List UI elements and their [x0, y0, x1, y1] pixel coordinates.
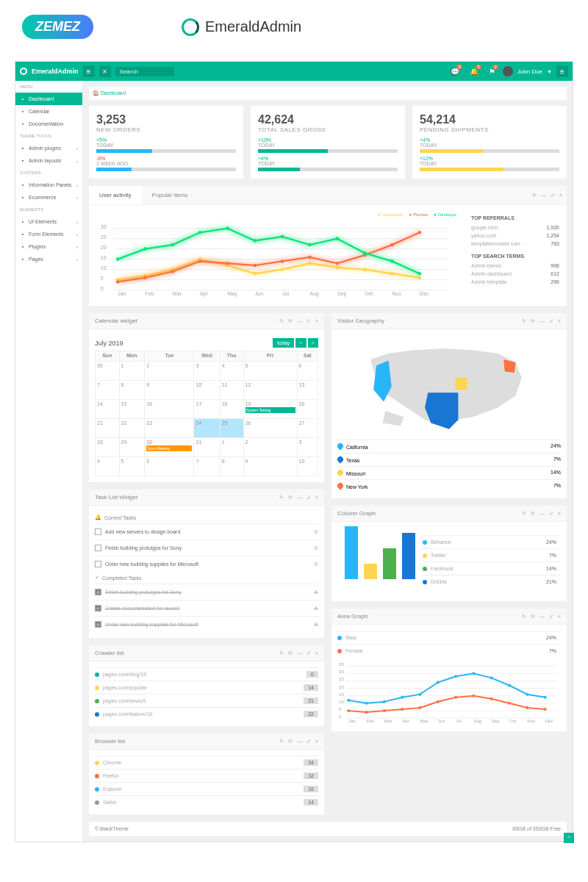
sidebar-item[interactable]: ▪Information Panels›	[15, 179, 82, 191]
sidebar-item[interactable]: ▪Ecommerce›	[15, 191, 82, 204]
list-item[interactable]: pages.com/popular14	[95, 681, 318, 694]
topbar: EmeraldAdmin ≡ × 💬3 🔔5 ⚑2 John Doe ▼ ≡	[15, 62, 573, 81]
svg-point-34	[336, 266, 340, 270]
breadcrumb[interactable]: 🏠 Dashboard	[89, 87, 567, 100]
flag-icon[interactable]: ⚑2	[489, 68, 495, 76]
svg-point-105	[401, 708, 404, 711]
marketing-header: ZEMEZ EmeraldAdmin	[0, 0, 588, 54]
svg-point-43	[254, 264, 257, 268]
column-chart	[337, 528, 423, 587]
task-row[interactable]: ✓Finish building prototype for Sony×	[95, 584, 318, 600]
refresh-icon[interactable]: ⟳	[532, 193, 537, 198]
svg-point-57	[308, 243, 312, 247]
sidebar-item[interactable]: ▪Calendar	[15, 105, 82, 118]
sidebar-item[interactable]: ▪UI Elements›	[15, 215, 82, 228]
svg-point-56	[281, 235, 284, 239]
svg-text:5: 5	[339, 707, 342, 711]
svg-text:Apr: Apr	[200, 291, 209, 297]
svg-point-96	[454, 675, 457, 678]
list-item[interactable]: Firefox32	[95, 769, 318, 782]
emerald-logo-icon	[182, 18, 199, 36]
tab-user-activity[interactable]: User activity	[89, 186, 142, 204]
svg-text:Mar: Mar	[173, 291, 182, 296]
chat-icon[interactable]: 💬3	[451, 68, 459, 76]
svg-point-59	[363, 251, 367, 255]
list-item[interactable]: Chrome34	[95, 756, 318, 769]
svg-point-98	[490, 676, 493, 679]
sidebar-item[interactable]: ▪Admin layouts›	[15, 154, 82, 167]
cal-next[interactable]: ›	[308, 338, 318, 348]
bell-icon: 🔔	[95, 514, 101, 520]
svg-point-40	[171, 270, 175, 273]
svg-point-97	[472, 672, 475, 675]
minimize-icon[interactable]: —	[541, 193, 546, 198]
geography-panel: Visitor Geography✎⟳—⤢×	[331, 313, 567, 498]
avatar[interactable]	[503, 66, 513, 76]
svg-point-92	[383, 700, 386, 703]
sidebar-toggle[interactable]: ≡	[83, 65, 95, 77]
sidebar-item[interactable]: ▪Dashboard	[15, 93, 82, 105]
svg-point-53	[198, 231, 202, 234]
svg-text:May: May	[228, 291, 238, 297]
task-row[interactable]: Add new servers to design board≡	[95, 523, 318, 539]
scroll-top-button[interactable]: ^	[564, 833, 574, 843]
chevron-down-icon[interactable]: ▼	[547, 69, 552, 74]
svg-text:Jan: Jan	[348, 719, 356, 723]
tasks-panel: Task List Widget✎⟳—⤢× 🔔Current Tasks Add…	[89, 490, 324, 638]
main-content: 🏠 Dashboard 3,253NEW ORDERS +5%TODAY -8%…	[83, 81, 573, 842]
cal-prev[interactable]: ‹	[295, 338, 306, 348]
sidebar-item[interactable]: ▪Form Elements›	[15, 228, 82, 240]
svg-text:Nov: Nov	[392, 291, 402, 296]
geo-row[interactable]: New York7%	[337, 479, 561, 492]
geo-row[interactable]: Missouri14%	[337, 466, 561, 479]
svg-point-109	[472, 695, 475, 698]
svg-text:0: 0	[339, 714, 342, 719]
task-row[interactable]: ✓Order new building supplies for Microso…	[95, 616, 318, 632]
svg-text:Feb: Feb	[146, 291, 154, 296]
list-item[interactable]: pages.com/feature/1622	[95, 707, 318, 720]
svg-point-102	[347, 709, 350, 712]
task-row[interactable]: Order new building supplies for Microsof…	[95, 556, 318, 572]
svg-point-113	[544, 708, 547, 711]
task-row[interactable]: Finish building prototype for Sony≡	[95, 539, 318, 556]
zemez-logo: ZEMEZ	[22, 15, 93, 39]
close-icon[interactable]: ×	[559, 193, 562, 198]
task-row[interactable]: ✓Create documentation for launch×	[95, 600, 318, 616]
user-name[interactable]: John Doe	[517, 68, 542, 75]
sidebar-item[interactable]: ▪Documentation	[15, 118, 82, 130]
geo-row[interactable]: Texas7%	[337, 453, 561, 466]
emerald-brand: EmeraldAdmin	[182, 18, 301, 36]
calendar-grid[interactable]: SunMonTueWedThuFriSat 30123456 789101112…	[95, 351, 318, 476]
svg-point-49	[418, 231, 422, 234]
right-panel-toggle[interactable]: ≡	[556, 65, 568, 77]
svg-point-94	[418, 693, 421, 696]
tab-popular-items[interactable]: Popular items	[142, 186, 198, 204]
geo-row[interactable]: California24%	[337, 440, 561, 453]
bell-icon[interactable]: 🔔5	[470, 68, 478, 76]
expand-icon[interactable]: ⤢	[551, 193, 555, 198]
svg-text:Jun: Jun	[438, 719, 445, 723]
svg-point-35	[363, 268, 367, 271]
sidebar-item[interactable]: ▪Pages›	[15, 253, 82, 265]
svg-text:30: 30	[339, 670, 344, 674]
svg-text:Jul: Jul	[456, 719, 462, 723]
list-item[interactable]: Safari14	[95, 795, 318, 808]
list-item[interactable]: pages.com/blog/190	[95, 667, 318, 681]
sidebar-item[interactable]: ▪Plugins›	[15, 240, 82, 253]
today-button[interactable]: today	[273, 338, 294, 348]
search-clear[interactable]: ×	[99, 65, 111, 77]
svg-text:Jun: Jun	[255, 291, 263, 296]
svg-point-104	[383, 709, 386, 712]
area-graph-panel: Area Graph✎⟳—⤢× Male24%Female7% JanFebMa…	[331, 609, 567, 731]
svg-point-54	[226, 226, 229, 230]
list-item[interactable]: pages.com/news/521	[95, 694, 318, 707]
list-item[interactable]: Explorer18	[95, 782, 318, 795]
svg-point-95	[437, 681, 440, 684]
svg-point-101	[544, 696, 547, 699]
sidebar-item[interactable]: ▪Admin plugins›	[15, 142, 82, 154]
search-input[interactable]	[115, 67, 174, 76]
usa-map	[337, 335, 561, 438]
svg-point-38	[116, 280, 120, 284]
svg-text:30: 30	[101, 224, 107, 229]
svg-text:Jan: Jan	[118, 291, 126, 296]
